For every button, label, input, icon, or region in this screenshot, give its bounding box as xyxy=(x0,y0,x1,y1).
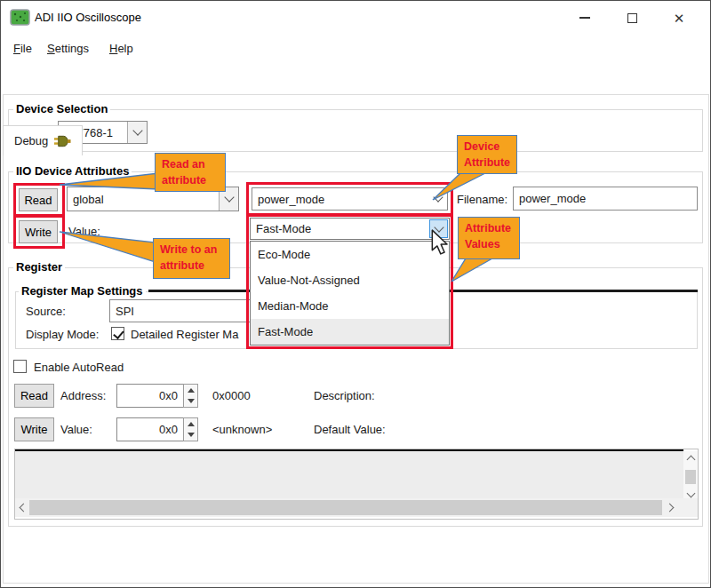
register-map-content[interactable] xyxy=(15,451,683,498)
attr-write-button[interactable]: Write xyxy=(19,220,58,243)
filename-label: Filename: xyxy=(457,193,507,206)
attr-group-select-value: global xyxy=(68,193,104,206)
vertical-scrollbar[interactable] xyxy=(683,451,698,498)
dropdown-option[interactable]: Eco-Mode xyxy=(251,242,449,267)
menu-file[interactable]: File xyxy=(10,40,36,57)
tab-debug[interactable]: Debug xyxy=(3,125,83,155)
callout-attribute-values: Attribute Values xyxy=(458,217,520,259)
register-legend: Register xyxy=(13,260,65,274)
tab-strip: Debug DMM xyxy=(1,61,710,95)
autoread-label: Enable AutoRead xyxy=(34,361,124,374)
chevron-down-icon[interactable] xyxy=(127,122,147,143)
source-label: Source: xyxy=(26,305,66,318)
scroll-left-icon[interactable] xyxy=(15,498,29,517)
chevron-down-icon[interactable] xyxy=(429,219,448,238)
app-window: ADI IIO Oscilloscope ✕ File Settings Hel… xyxy=(0,0,711,588)
dropdown-option-highlighted[interactable]: Fast-Mode xyxy=(251,319,449,345)
spin-down-icon[interactable] xyxy=(184,430,197,441)
spin-up-icon[interactable] xyxy=(184,418,197,430)
callout-device-attribute: Device Attribute xyxy=(457,135,517,174)
chevron-down-icon[interactable] xyxy=(428,188,447,210)
callout-write-attribute: Write to an attribute xyxy=(153,238,230,279)
value-input[interactable]: 0x0 xyxy=(116,417,184,441)
callout-read-attribute: Read an attribute xyxy=(155,153,226,192)
menu-help[interactable]: Help xyxy=(106,40,137,57)
register-map-settings-legend: Register Map Settings xyxy=(19,284,146,298)
tab-debug-label: Debug xyxy=(14,134,48,147)
attr-name-select-value: power_mode xyxy=(252,193,324,206)
minimize-button[interactable] xyxy=(564,1,605,35)
maximize-button[interactable] xyxy=(611,1,652,35)
window-title: ADI IIO Oscilloscope xyxy=(35,11,141,24)
spin-up-icon[interactable] xyxy=(184,385,197,396)
menu-bar: File Settings Help xyxy=(1,35,710,61)
attr-value-select[interactable]: Fast-Mode xyxy=(250,218,450,240)
address-stepper[interactable] xyxy=(183,384,198,408)
attr-value-selected: Fast-Mode xyxy=(251,222,311,235)
value-readback: <unknown> xyxy=(212,423,272,436)
dropdown-option[interactable]: Median-Mode xyxy=(251,293,449,319)
address-readback: 0x0000 xyxy=(212,389,251,402)
attr-value-dropdown-list: Eco-Mode Value-Not-Assigned Median-Mode … xyxy=(250,241,450,346)
horizontal-scrollbar[interactable] xyxy=(15,498,698,517)
horizontal-scroll-thumb[interactable] xyxy=(29,500,662,515)
address-input[interactable]: 0x0 xyxy=(116,384,184,408)
register-map-view xyxy=(14,449,699,520)
autoread-checkbox[interactable] xyxy=(13,360,27,373)
title-bar: ADI IIO Oscilloscope ✕ xyxy=(1,1,710,35)
register-value-label: Value: xyxy=(60,423,92,436)
display-mode-option-label: Detailed Register Ma xyxy=(131,328,238,341)
address-label: Address: xyxy=(60,389,106,402)
iio-attributes-legend: IIO Device Attributes xyxy=(13,164,132,178)
scroll-up-icon[interactable] xyxy=(686,456,695,465)
register-read-button[interactable]: Read xyxy=(14,384,54,408)
description-label: Description: xyxy=(314,389,375,402)
scroll-right-icon[interactable] xyxy=(664,498,678,517)
default-value-label: Default Value: xyxy=(314,423,386,436)
close-button[interactable]: ✕ xyxy=(659,1,699,35)
value-stepper[interactable] xyxy=(183,417,198,441)
scroll-down-icon[interactable] xyxy=(686,489,695,498)
plug-icon xyxy=(54,135,71,147)
device-selection-legend: Device Selection xyxy=(13,102,110,115)
maximize-icon xyxy=(627,13,637,23)
attr-read-button[interactable]: Read xyxy=(19,188,58,211)
dropdown-option[interactable]: Value-Not-Assigned xyxy=(251,267,449,293)
display-mode-checkbox[interactable] xyxy=(111,327,124,340)
attr-value-label: Value: xyxy=(68,225,100,238)
display-mode-label: Display Mode: xyxy=(26,328,99,341)
register-write-button[interactable]: Write xyxy=(14,417,54,441)
filename-input[interactable]: power_mode xyxy=(513,187,698,211)
spin-down-icon[interactable] xyxy=(184,396,197,408)
app-logo-icon xyxy=(10,9,30,26)
close-icon: ✕ xyxy=(674,12,685,25)
attr-name-select[interactable]: power_mode xyxy=(252,187,448,211)
source-select-value: SPI xyxy=(110,305,134,318)
vertical-scroll-thumb[interactable] xyxy=(685,470,696,484)
menu-settings[interactable]: Settings xyxy=(44,40,92,57)
minimize-icon xyxy=(579,17,590,19)
